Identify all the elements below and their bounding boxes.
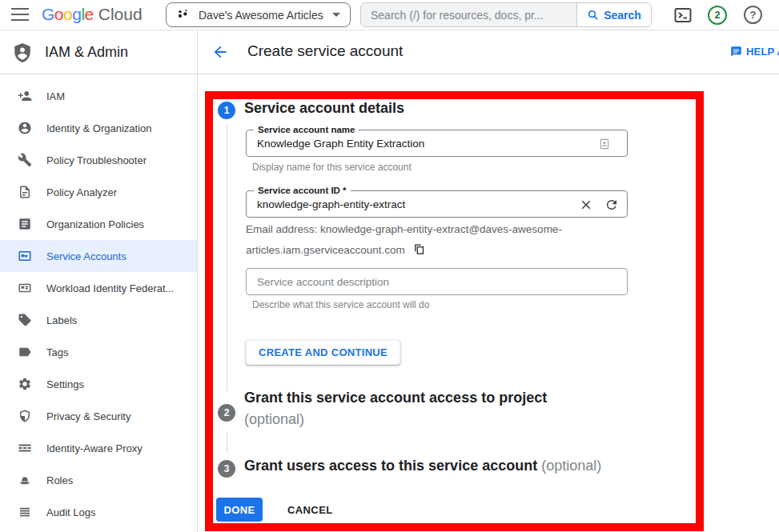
service-account-id-field: Service account ID *: [246, 190, 628, 218]
step-3-title: Grant users access to this service accou…: [244, 458, 601, 474]
product-name: IAM & Admin: [45, 44, 128, 61]
email-address-line1: Email address: knowledge-graph-entity-ex…: [246, 223, 562, 235]
cancel-button[interactable]: CANCEL: [281, 498, 339, 522]
sidebar-item-label: Workload Identity Federat...: [46, 282, 174, 294]
step-3-optional: (optional): [541, 458, 601, 474]
search-button[interactable]: Search: [576, 3, 651, 26]
sidebar-item-iam[interactable]: IAM: [0, 80, 197, 112]
product-section: IAM & Admin: [0, 30, 198, 74]
search-icon: [587, 9, 599, 21]
label-icon: [18, 345, 32, 359]
regenerate-id-icon[interactable]: [604, 198, 619, 212]
sidebar-item-workload-identity-federation[interactable]: Workload Identity Federat...: [0, 272, 197, 304]
service-account-description-input[interactable]: [247, 269, 627, 294]
tag-icon: [18, 313, 32, 327]
sidebar-item-label: Identity-Aware Proxy: [46, 442, 143, 454]
top-bar: GoogleCloud Dave's Awesome Articles Sear…: [0, 0, 779, 30]
google-cloud-logo: GoogleCloud: [42, 5, 143, 24]
sidebar-item-label: Audit Logs: [46, 506, 95, 518]
search-button-label: Search: [604, 9, 641, 22]
step-2-badge: 2: [218, 404, 235, 422]
sidebar-item-label: Service Accounts: [46, 250, 126, 262]
step-3-badge: 3: [218, 460, 235, 478]
step-connector: [227, 124, 227, 391]
wrench-icon: [18, 153, 32, 167]
notifications-badge[interactable]: 2: [708, 6, 727, 25]
step-1-badge: 1: [218, 102, 235, 119]
back-arrow-icon[interactable]: [211, 43, 229, 61]
sidebar-item-privacy-security[interactable]: Privacy & Security: [0, 400, 197, 432]
description-helper-text: Describe what this service account will …: [252, 299, 429, 310]
autofill-contact-icon: [598, 138, 612, 152]
service-account-name-field: Service account name: [246, 130, 628, 157]
step-1-title: Service account details: [244, 100, 404, 117]
sidebar-item-tags[interactable]: Tags: [0, 336, 197, 368]
sidebar: IAM Identity & Organization Policy Troub…: [0, 74, 198, 532]
cloud-wordmark: Cloud: [98, 5, 143, 23]
iam-admin-shield-icon: [12, 42, 33, 63]
sidebar-item-label: Identity & Organization: [46, 122, 152, 134]
service-account-key-icon: [18, 249, 32, 263]
help-assistant-link[interactable]: HELP A: [730, 46, 779, 58]
google-wordmark: Google: [42, 5, 94, 23]
name-helper-text: Display name for this service account: [252, 162, 412, 173]
page-header: IAM & Admin Create service account HELP …: [0, 30, 779, 74]
help-link-label: HELP A: [746, 46, 779, 58]
sidebar-item-policy-troubleshooter[interactable]: Policy Troubleshooter: [0, 144, 197, 176]
sidebar-item-identity-organization[interactable]: Identity & Organization: [0, 112, 197, 144]
sidebar-item-label: IAM: [46, 90, 65, 102]
project-selector[interactable]: Dave's Awesome Articles: [166, 2, 351, 27]
service-account-description-field: [246, 268, 628, 295]
step-connector: [227, 431, 227, 454]
sidebar-item-audit-logs[interactable]: Audit Logs: [0, 496, 197, 528]
sidebar-item-labels[interactable]: Labels: [0, 304, 197, 336]
chevron-down-icon: [332, 13, 340, 17]
step-3-title-text: Grant users access to this service accou…: [244, 458, 537, 474]
email-address-domain: articles.iam.gserviceaccount.com: [246, 244, 405, 256]
sidebar-item-policy-analyzer[interactable]: Policy Analyzer: [0, 176, 197, 208]
step-2-optional: (optional): [244, 411, 304, 428]
email-address-line2: articles.iam.gserviceaccount.com: [246, 243, 425, 256]
sidebar-item-organization-policies[interactable]: Organization Policies: [0, 208, 197, 240]
hat-icon: [18, 473, 32, 487]
step-2-title: Grant this service account access to pro…: [244, 390, 547, 406]
sidebar-item-settings[interactable]: Settings: [0, 368, 197, 400]
help-icon[interactable]: ?: [744, 6, 762, 24]
service-account-id-input[interactable]: [247, 191, 627, 217]
list-lines-icon: [18, 505, 32, 519]
chat-icon: [730, 46, 742, 58]
proxy-bars-icon: [18, 441, 32, 455]
document-filled-icon: [18, 217, 32, 231]
clear-icon[interactable]: [579, 198, 593, 212]
sidebar-item-label: Policy Troubleshooter: [46, 154, 147, 166]
create-and-continue-button[interactable]: CREATE AND CONTINUE: [246, 340, 400, 365]
copy-icon[interactable]: [413, 243, 425, 255]
cloud-shell-icon[interactable]: [673, 6, 693, 25]
person-add-icon: [18, 89, 32, 103]
project-name: Dave's Awesome Articles: [199, 9, 323, 22]
shield-icon: [18, 409, 32, 423]
sidebar-item-label: Roles: [46, 474, 73, 486]
sidebar-item-label: Organization Policies: [46, 218, 144, 230]
service-account-name-input[interactable]: [247, 130, 627, 156]
sidebar-item-label: Policy Analyzer: [46, 186, 117, 198]
account-circle-icon: [18, 121, 32, 135]
search-input[interactable]: [361, 3, 576, 26]
sidebar-item-label: Labels: [46, 314, 77, 326]
global-search: Search: [360, 2, 652, 27]
main-content: 1 Service account details Service accoun…: [198, 74, 779, 532]
hamburger-menu-icon[interactable]: [11, 8, 29, 21]
sidebar-item-service-accounts[interactable]: Service Accounts: [0, 240, 197, 272]
gear-icon: [18, 377, 32, 391]
page-title: Create service account: [247, 42, 403, 60]
done-button[interactable]: DONE: [216, 498, 263, 522]
sidebar-item-identity-aware-proxy[interactable]: Identity-Aware Proxy: [0, 432, 197, 464]
identity-badge-icon: [18, 281, 32, 295]
policy-analyzer-icon: [18, 185, 32, 199]
gcp-console-screen: GoogleCloud Dave's Awesome Articles Sear…: [0, 0, 779, 532]
sidebar-item-label: Settings: [46, 378, 84, 390]
sidebar-item-label: Privacy & Security: [46, 410, 131, 422]
sidebar-item-label: Tags: [46, 346, 68, 358]
project-icon: [176, 8, 190, 22]
sidebar-item-roles[interactable]: Roles: [0, 464, 197, 496]
